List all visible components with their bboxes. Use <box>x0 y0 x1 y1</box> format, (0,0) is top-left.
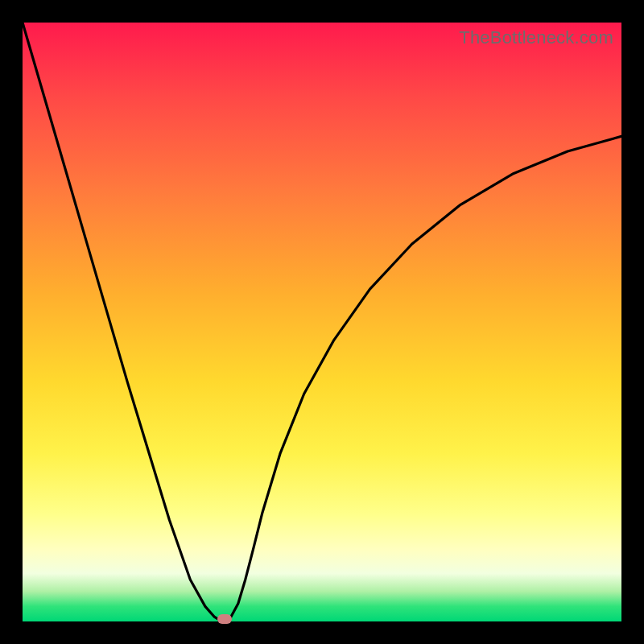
min-marker <box>217 614 232 624</box>
bottleneck-curve-path <box>23 23 621 621</box>
plot-area: TheBottleneck.com <box>23 23 621 621</box>
chart-frame: TheBottleneck.com <box>0 0 644 644</box>
curve-layer <box>23 23 621 621</box>
